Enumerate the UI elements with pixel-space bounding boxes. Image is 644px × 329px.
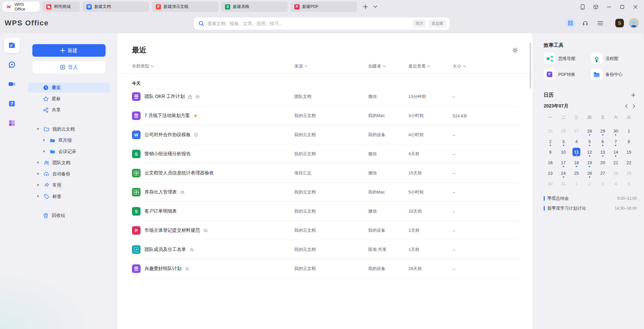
calendar-day[interactable]: 4 bbox=[609, 178, 623, 189]
calendar-day[interactable]: 16 bbox=[544, 157, 557, 168]
calendar-day[interactable]: 30 bbox=[609, 126, 623, 136]
file-row[interactable]: 兴趣爱好组队计划 ★ 我的云文档 我的设备 29 bbox=[117, 259, 532, 278]
calendar-day[interactable]: 31 bbox=[557, 178, 570, 189]
calendar-day[interactable]: 18 bbox=[570, 157, 583, 168]
scrollbar-thumb[interactable] bbox=[530, 43, 531, 89]
sidebar-item-bimonthly-report[interactable]: 双月报 bbox=[28, 135, 110, 145]
main-menu-icon[interactable] bbox=[595, 18, 605, 28]
file-row[interactable]: 市场主体登记提交材料规范 ★ 我的云文档 我的设备 bbox=[117, 221, 532, 240]
calendar-day[interactable]: 29 bbox=[596, 126, 609, 136]
minimize-button[interactable] bbox=[604, 2, 614, 12]
filter-dropdown[interactable]: 创建者 bbox=[368, 63, 386, 69]
tab-new-spreadsheet[interactable]: S 新建表格 bbox=[221, 2, 288, 12]
sidebar-item-recent[interactable]: 最近 bbox=[28, 83, 110, 93]
calendar-day[interactable]: 22 bbox=[622, 157, 635, 168]
tab-docer-mall[interactable]: 稻壳商城 bbox=[42, 2, 80, 12]
calendar-day[interactable]: 27 bbox=[570, 126, 583, 136]
calendar-day[interactable]: 14 bbox=[609, 147, 623, 157]
sidebar-item-starred[interactable]: 星标 bbox=[28, 94, 110, 104]
calendar-day[interactable]: 2 bbox=[583, 178, 596, 189]
tool-item[interactable]: PDF转换 bbox=[544, 69, 591, 80]
calendar-day[interactable]: 29 bbox=[622, 168, 635, 178]
sidebar-item-meeting-notes[interactable]: 会议记录 bbox=[28, 147, 110, 157]
tool-item[interactable]: 流程图 bbox=[591, 53, 637, 64]
cube-3d-icon[interactable] bbox=[591, 2, 601, 12]
caret-right-icon[interactable] bbox=[37, 195, 39, 197]
file-row[interactable]: 营销小组业绩分析报告 ★ 我的云文档 微信 4天 bbox=[117, 144, 532, 164]
calendar-day[interactable]: 10 bbox=[557, 147, 570, 157]
tab-new-document[interactable]: W 新建文档 bbox=[82, 2, 149, 12]
calendar-day[interactable]: 21 bbox=[609, 157, 623, 168]
search-tag-plan[interactable]: 策划案 bbox=[429, 19, 446, 28]
file-row[interactable]: 云文档管人员信息统计表理器验收 ★ 项目汇总 微信 bbox=[117, 164, 532, 183]
calendar-day[interactable]: 15 bbox=[622, 147, 635, 157]
file-row[interactable]: 库存出入管理表 ★ 我的云文档 我的Mac 5小 bbox=[117, 183, 532, 202]
file-row[interactable]: 7 月线下活动策划方案 ★ 我的云文档 我的Mac bbox=[117, 106, 532, 125]
calendar-day[interactable]: 30 bbox=[544, 178, 557, 189]
file-row[interactable]: 客户订单明细表 ★ 我的云文档 微信 18天前 bbox=[117, 202, 532, 221]
calendar-day[interactable]: 1 bbox=[570, 178, 583, 189]
rail-meeting-video-icon[interactable] bbox=[4, 76, 20, 92]
tab-new-pdf[interactable]: P 新建PDF bbox=[290, 2, 357, 12]
calendar-day[interactable]: 24 bbox=[557, 168, 570, 178]
filter-dropdown[interactable]: 来源 bbox=[294, 63, 307, 69]
sidebar-item-shared[interactable]: 共享 bbox=[28, 105, 110, 115]
calendar-day[interactable]: 28 bbox=[609, 168, 623, 178]
calendar-day[interactable]: 25 bbox=[570, 168, 583, 178]
filter-dropdown[interactable]: 最近查看 bbox=[408, 63, 430, 69]
calendar-day[interactable]: 20 bbox=[596, 157, 609, 168]
sidebar-item-frequent[interactable]: 常用 bbox=[28, 180, 110, 190]
calendar-day[interactable]: 26 bbox=[557, 126, 570, 136]
sidebar-item-my-cloud-docs[interactable]: 我的云文档 bbox=[28, 124, 110, 134]
file-row[interactable]: 团队成员及分工名单 ★ 我的云文档 陈旭 共享 bbox=[117, 240, 532, 259]
user-avatar[interactable] bbox=[629, 18, 639, 28]
tab-list-chevron-down-icon[interactable] bbox=[371, 3, 379, 11]
calendar-day[interactable]: 1 bbox=[622, 126, 635, 136]
tool-item[interactable]: 思维导图 bbox=[544, 53, 591, 64]
calendar-day[interactable]: 3 bbox=[596, 178, 609, 189]
caret-down-icon[interactable] bbox=[37, 128, 39, 130]
support-headset-icon[interactable] bbox=[580, 18, 590, 28]
tab-wps-office[interactable]: WPS Office bbox=[3, 2, 40, 12]
import-button[interactable]: 导入 bbox=[32, 61, 106, 74]
rail-calendar-icon[interactable]: 7 bbox=[4, 96, 20, 111]
filter-dropdown[interactable]: 大小 bbox=[453, 63, 466, 69]
calendar-day[interactable]: 19 bbox=[583, 157, 596, 168]
calendar-day[interactable]: 5 bbox=[583, 136, 596, 147]
caret-right-icon[interactable] bbox=[37, 184, 39, 186]
file-row[interactable]: 公司对外合作协议模板 ★ 我的云文档 我的设备 bbox=[117, 125, 532, 144]
calendar-day[interactable]: 26 bbox=[583, 168, 596, 178]
sidebar-item-tags[interactable]: 标签 bbox=[28, 192, 110, 201]
calendar-day[interactable]: 17 bbox=[557, 157, 570, 168]
caret-right-icon[interactable] bbox=[43, 150, 45, 153]
calendar-day[interactable]: 12 bbox=[583, 147, 596, 157]
sidebar-item-team-docs[interactable]: 团队文档 bbox=[28, 158, 110, 168]
add-event-plus-icon[interactable] bbox=[631, 93, 635, 97]
rail-apps-icon[interactable] bbox=[4, 115, 20, 131]
calendar-day[interactable]: 13 bbox=[596, 147, 609, 157]
calendar-day[interactable]: 11 bbox=[570, 147, 583, 157]
filter-dropdown[interactable]: 全部类型 bbox=[132, 63, 154, 69]
calendar-event[interactable]: 新季度学习计划讨论 14:30–16:00 bbox=[544, 203, 637, 213]
calendar-day[interactable]: 4 bbox=[570, 136, 583, 147]
calendar-prev-month-chevron[interactable] bbox=[625, 104, 628, 108]
calendar-day[interactable]: 28 bbox=[583, 126, 596, 136]
vip-membership-badge[interactable]: S bbox=[615, 19, 624, 27]
calendar-day[interactable]: 3 bbox=[557, 136, 570, 147]
calendar-day[interactable]: 27 bbox=[596, 168, 609, 178]
sidebar-item-auto-backup[interactable]: 自动备份 bbox=[28, 169, 110, 179]
settings-gear-icon[interactable] bbox=[511, 46, 519, 54]
calendar-event[interactable]: 季度总结会 9:30–11:00 bbox=[544, 194, 637, 203]
maximize-button[interactable] bbox=[617, 2, 628, 12]
calendar-day[interactable]: 8 bbox=[622, 136, 635, 147]
calendar-day[interactable]: 9 bbox=[544, 147, 557, 157]
search-bar[interactable]: 简历 策划案 bbox=[194, 17, 450, 30]
calendar-day[interactable]: 2 bbox=[544, 136, 557, 147]
search-tag-resume[interactable]: 简历 bbox=[412, 19, 426, 28]
sidebar-item-trash[interactable]: 回收站 bbox=[28, 211, 110, 221]
tab-new-presentation[interactable]: P 新建演示文稿 bbox=[152, 2, 218, 12]
caret-right-icon[interactable] bbox=[43, 139, 45, 141]
caret-right-icon[interactable] bbox=[37, 161, 39, 164]
calendar-day[interactable]: 23 bbox=[544, 168, 557, 178]
calendar-day[interactable]: 25 bbox=[544, 126, 557, 136]
